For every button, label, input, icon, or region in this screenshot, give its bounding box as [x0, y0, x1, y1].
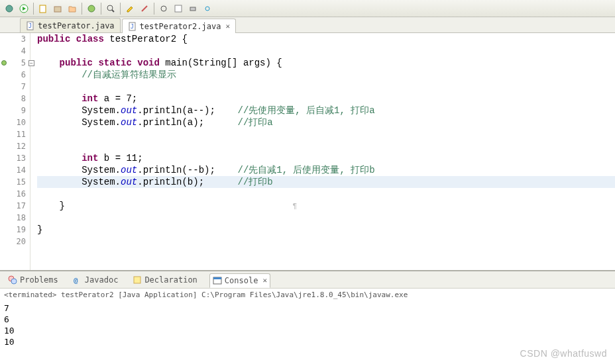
line-number: 20 [0, 236, 30, 248]
toolbar-package-icon[interactable] [51, 2, 64, 15]
svg-point-6 [107, 5, 113, 11]
line-number: 5− [0, 57, 30, 69]
line-number: 12 [0, 140, 30, 152]
line-number: 16 [0, 188, 30, 200]
toolbar-run-icon[interactable] [17, 2, 30, 15]
toolbar-edit-icon[interactable] [123, 2, 137, 15]
svg-line-7 [112, 10, 114, 12]
toolbar-print-icon[interactable] [186, 2, 199, 15]
code-line[interactable] [37, 212, 615, 224]
tab-declaration[interactable]: Declaration [130, 273, 199, 287]
svg-rect-8 [175, 5, 182, 12]
declaration-icon [133, 275, 142, 285]
problems-icon [8, 275, 17, 285]
line-number: 6 [0, 69, 30, 81]
close-icon[interactable]: ✕ [225, 22, 230, 30]
svg-text:@: @ [74, 276, 78, 285]
line-number: 11 [0, 128, 30, 140]
svg-rect-4 [54, 7, 61, 12]
tab-problems[interactable]: Problems [5, 273, 61, 287]
console-line: 6 [4, 314, 611, 325]
code-line[interactable]: int b = 11; [37, 152, 615, 164]
console-line: 7 [4, 302, 611, 314]
editor-tabs: J testPerator.java J testPerator2.java ✕ [0, 17, 615, 33]
line-number: 17 [0, 200, 30, 212]
tab-testperator[interactable]: J testPerator.java [20, 18, 121, 32]
console-line: 10 [4, 336, 611, 347]
svg-point-15 [11, 279, 17, 284]
toolbar-debug-icon[interactable] [3, 2, 16, 15]
toolbar-folder-icon[interactable] [66, 2, 79, 15]
watermark: CSDN @whatfuswd [520, 348, 607, 359]
toolbar-task-icon[interactable] [172, 2, 185, 15]
line-number: 14 [0, 164, 30, 176]
close-icon[interactable]: ✕ [262, 276, 267, 285]
toolbar-class-icon[interactable] [85, 2, 98, 15]
svg-point-0 [6, 5, 13, 12]
console-output: 761010 [0, 301, 615, 349]
editor[interactable]: 345−67891011121314151617181920 public cl… [0, 33, 615, 270]
tab-label: testPerator.java [38, 21, 115, 30]
code-line[interactable]: System.out.println(a); //打印a [37, 116, 615, 128]
toolbar-search-icon[interactable] [104, 2, 117, 15]
svg-rect-9 [190, 7, 196, 11]
svg-rect-19 [213, 277, 221, 279]
code-line[interactable]: System.out.println(--b); //先自减1, 后使用变量, … [37, 164, 615, 176]
svg-rect-3 [40, 5, 46, 13]
code-line[interactable]: System.out.println(b); //打印b [37, 176, 615, 188]
svg-point-5 [88, 5, 95, 12]
svg-rect-17 [134, 277, 140, 283]
code-line[interactable]: public static void main(String[] args) { [37, 57, 615, 69]
java-file-icon: J [128, 22, 137, 31]
code-line[interactable]: //自减运算符结果显示 [37, 69, 615, 81]
toolbar-sync-icon[interactable] [157, 2, 170, 15]
line-number: 10 [0, 116, 30, 128]
tab-javadoc[interactable]: @ Javadoc [70, 273, 121, 287]
code-line[interactable] [37, 236, 615, 248]
code-line[interactable]: int a = 7; [37, 93, 615, 105]
code-area[interactable]: public class testPerator2 { public stati… [30, 33, 615, 270]
java-file-icon: J [26, 21, 35, 30]
line-number: 13 [0, 152, 30, 164]
line-number: 19 [0, 224, 30, 236]
line-numbers-gutter: 345−67891011121314151617181920 [0, 33, 30, 270]
code-line[interactable]: } [37, 224, 615, 236]
code-line[interactable] [37, 188, 615, 200]
line-number: 15 [0, 176, 30, 188]
svg-text:J: J [28, 23, 32, 29]
console-header: <terminated> testPerator2 [Java Applicat… [0, 289, 615, 301]
code-line[interactable] [37, 128, 615, 140]
code-line[interactable] [37, 45, 615, 57]
toolbar-new-icon[interactable] [36, 2, 50, 15]
bottom-tabs: Problems @ Javadoc Declaration Console ✕ [0, 271, 615, 289]
code-line[interactable]: System.out.println(a--); //先使用变量, 后自减1, … [37, 105, 615, 116]
tab-label: testPerator2.java [140, 22, 221, 31]
code-line[interactable] [37, 140, 615, 152]
tab-testperator2[interactable]: J testPerator2.java ✕ [122, 19, 236, 33]
main-toolbar [0, 0, 615, 17]
line-number: 4 [0, 45, 30, 57]
line-number: 8 [0, 93, 30, 105]
svg-text:J: J [131, 24, 134, 30]
javadoc-icon: @ [73, 275, 82, 285]
console-line: 10 [4, 325, 611, 336]
line-number: 7 [0, 81, 30, 93]
tab-console[interactable]: Console ✕ [209, 273, 270, 288]
toolbar-refresh-icon[interactable] [201, 2, 214, 15]
bottom-panel: Problems @ Javadoc Declaration Console ✕… [0, 270, 615, 349]
line-number: 18 [0, 212, 30, 224]
code-line[interactable]: public class testPerator2 { [37, 33, 615, 45]
console-icon [213, 276, 222, 285]
line-number: 9 [0, 105, 30, 116]
code-line[interactable]: } [37, 200, 615, 212]
toolbar-wand-icon[interactable] [138, 2, 151, 15]
line-number: 3 [0, 33, 30, 45]
code-line[interactable] [37, 81, 615, 93]
